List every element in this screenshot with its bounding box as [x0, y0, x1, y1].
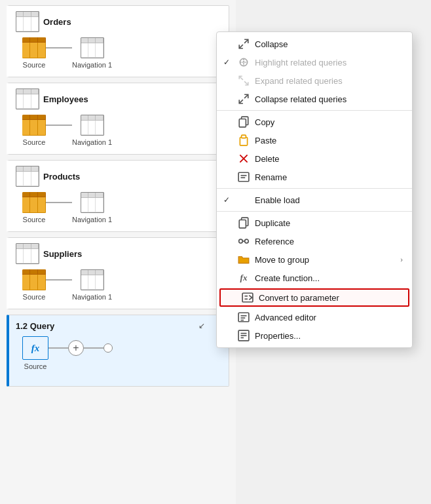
menu-item-movetogroup[interactable]: Move to group › — [217, 250, 412, 269]
source-icon-suppliers — [22, 269, 46, 290]
nav-icon-orders — [81, 37, 104, 58]
svg-rect-12 — [242, 135, 246, 138]
menu-item-delete[interactable]: Delete — [217, 149, 412, 168]
menu-label-convertparam: Convert to parameter — [259, 293, 402, 303]
svg-rect-10 — [239, 119, 246, 127]
source-icon-orders — [22, 37, 46, 58]
menu-item-properties[interactable]: Properties... — [217, 326, 412, 345]
menu-item-collapse-related[interactable]: Collapse related queries — [217, 90, 412, 108]
nav-icon-products — [81, 192, 104, 213]
menu-item-enableload[interactable]: ✓ Enable load — [217, 191, 412, 209]
source-label-products: Source — [23, 216, 46, 223]
plus-icon-query12[interactable]: + — [68, 340, 84, 356]
properties-icon — [238, 330, 250, 341]
query-title-orders: Orders — [43, 17, 71, 27]
rename-icon — [238, 171, 250, 183]
query-body-orders: Source Navigation 1 — [16, 37, 222, 69]
menu-label-enableload: Enable load — [255, 195, 403, 205]
nav-label-employees: Navigation 1 — [72, 138, 112, 146]
source-icon-products — [22, 192, 46, 213]
menu-item-advancededitor[interactable]: Advanced editor — [217, 308, 412, 326]
node-source-products: Source — [22, 192, 46, 223]
menu-sep-3 — [217, 211, 412, 212]
query-title-products: Products — [43, 172, 80, 182]
duplicate-icon — [238, 217, 250, 229]
query-item-suppliers[interactable]: Suppliers Source Navigation 1 — [7, 237, 229, 309]
node-nav-orders: Navigation 1 — [72, 37, 112, 69]
expand-icon — [238, 75, 250, 87]
query-item-employees[interactable]: Employees Source Navigation 1 — [7, 83, 229, 155]
fx-icon-query12: fx — [22, 336, 48, 360]
copy-icon — [238, 116, 250, 128]
query-item-query12[interactable]: 1.2 Query ↙ ⋮ fx Source + — [7, 315, 229, 387]
table-icon-suppliers — [16, 243, 39, 264]
source-label-employees: Source — [23, 138, 46, 146]
query-header-query12: 1.2 Query ↙ ⋮ — [16, 320, 222, 331]
delete-icon — [238, 153, 250, 165]
editor-icon — [238, 311, 250, 323]
enableload-icon — [238, 194, 250, 206]
menu-label-collapse-related: Collapse related queries — [255, 94, 403, 104]
fx-menu-icon: fx — [238, 272, 250, 284]
menu-label-createfunction: Create function... — [255, 273, 403, 283]
menu-item-rename[interactable]: Rename — [217, 168, 412, 186]
nav-label-suppliers: Navigation 1 — [72, 293, 112, 301]
paste-icon — [238, 134, 250, 146]
reference-icon — [238, 235, 250, 247]
node-source-suppliers: Source — [22, 269, 46, 301]
query-body-query12: fx Source + — [16, 336, 222, 370]
table-icon-employees — [16, 88, 39, 109]
connector-orders — [46, 47, 72, 48]
connector2-query12 — [84, 347, 103, 349]
menu-label-paste: Paste — [255, 136, 403, 145]
query-header-employees: Employees — [16, 88, 222, 109]
node-source-query12: fx Source — [22, 336, 48, 370]
highlight-icon — [238, 56, 250, 68]
menu-label-rename: Rename — [255, 172, 403, 182]
svg-point-20 — [239, 239, 243, 243]
menu-item-expand: Expand related queries — [217, 71, 412, 90]
menu-item-convertparam[interactable]: Convert to parameter — [219, 288, 409, 307]
node-nav-employees: Navigation 1 — [72, 115, 112, 146]
svg-rect-19 — [239, 220, 246, 228]
query-header-products: Products — [16, 166, 222, 187]
menu-item-collapse[interactable]: Collapse — [217, 35, 412, 53]
menu-sep-1 — [217, 110, 412, 111]
query-item-orders[interactable]: Orders Source Navigation 1 — [7, 5, 229, 77]
table-icon-orders — [16, 11, 39, 32]
svg-rect-15 — [238, 172, 249, 182]
menu-item-copy[interactable]: Copy — [217, 113, 412, 131]
menu-label-properties: Properties... — [255, 331, 403, 341]
menu-item-reference[interactable]: Reference — [217, 232, 412, 250]
menu-label-expand: Expand related queries — [255, 76, 403, 86]
folder-icon — [238, 254, 250, 265]
menu-sep-2 — [217, 188, 412, 189]
query-item-products[interactable]: Products Source Navigation 1 — [7, 160, 229, 232]
menu-label-reference: Reference — [255, 237, 403, 246]
menu-item-duplicate[interactable]: Duplicate — [217, 214, 412, 232]
source-label-query12: Source — [24, 362, 47, 370]
menu-item-createfunction[interactable]: fx Create function... — [217, 269, 412, 287]
connector-suppliers — [46, 279, 72, 281]
node-source-orders: Source — [22, 37, 46, 69]
menu-label-duplicate: Duplicate — [255, 218, 403, 228]
query-panel: Orders Source Navigation 1 — [0, 0, 236, 504]
svg-line-27 — [249, 298, 252, 300]
menu-item-paste[interactable]: Paste — [217, 131, 412, 149]
query-body-products: Source Navigation 1 — [16, 192, 222, 223]
node-nav-suppliers: Navigation 1 — [72, 269, 112, 301]
source-label-suppliers: Source — [23, 293, 46, 301]
connector-products — [46, 202, 72, 203]
collapse-icon-query12[interactable]: ↙ — [198, 321, 205, 330]
source-icon-employees — [22, 115, 46, 136]
query-title-suppliers: Suppliers — [43, 249, 82, 259]
connector-employees — [46, 125, 72, 126]
nav-label-products: Navigation 1 — [72, 216, 112, 223]
menu-label-movetogroup: Move to group — [255, 255, 395, 265]
convert-icon — [242, 292, 253, 303]
circle-icon-query12 — [103, 343, 113, 353]
query-header-suppliers: Suppliers — [16, 243, 222, 264]
node-source-employees: Source — [22, 115, 46, 146]
query-title-employees: Employees — [43, 94, 88, 104]
menu-item-highlight[interactable]: ✓ Highlight related queries — [217, 53, 412, 71]
